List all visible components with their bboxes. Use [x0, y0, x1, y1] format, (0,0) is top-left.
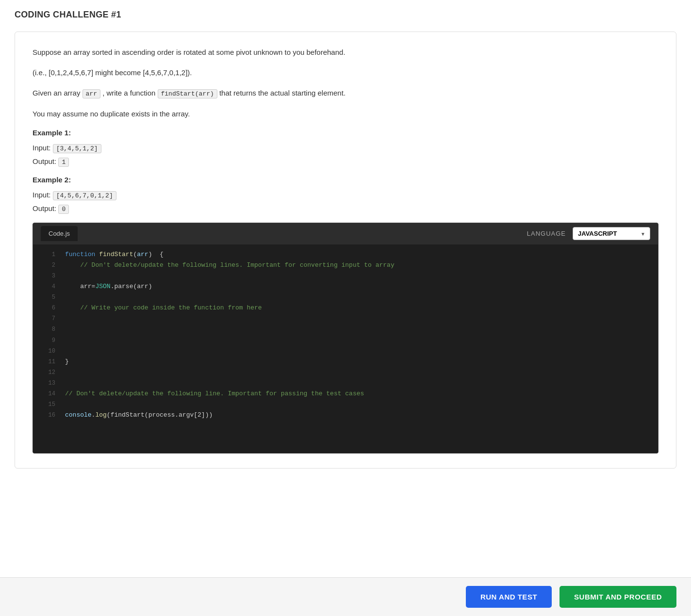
line-number: 3: [41, 271, 55, 281]
line-number: 9: [41, 335, 55, 345]
example2-block: Example 2: Input: [4,5,6,7,0,1,2] Output…: [33, 176, 658, 213]
code-line: 7: [33, 313, 658, 324]
line-content: [65, 399, 650, 410]
line-number: 16: [41, 410, 55, 420]
example2-input-code: [4,5,6,7,0,1,2]: [53, 191, 116, 200]
line-content: [65, 335, 650, 346]
line-number: 6: [41, 303, 55, 313]
line-content: [65, 324, 650, 335]
language-select[interactable]: JAVASCRIPT PYTHON JAVA C++: [573, 227, 650, 240]
para3-code2: findStart(arr): [158, 89, 217, 98]
code-line: 5: [33, 292, 658, 303]
line-content: console.log(findStart(process.argv[2])): [65, 410, 650, 421]
editor-section: Code.js LANGUAGE JAVASCRIPT PYTHON JAVA …: [33, 223, 658, 454]
lang-label: LANGUAGE: [527, 230, 566, 237]
line-content: [65, 271, 650, 281]
code-line: 9: [33, 335, 658, 346]
code-line: 3: [33, 271, 658, 281]
example1-input-code: [3,4,5,1,2]: [53, 144, 101, 153]
example2-title: Example 2:: [33, 176, 658, 184]
line-number: 12: [41, 367, 55, 377]
code-line: 12: [33, 367, 658, 378]
problem-para4: You may assume no duplicate exists in th…: [33, 108, 658, 120]
code-line: 11}: [33, 357, 658, 367]
code-line: 8: [33, 324, 658, 335]
example2-input-line: Input: [4,5,6,7,0,1,2]: [33, 191, 658, 199]
para3-middle: , write a function: [102, 89, 157, 97]
para3-prefix: Given an array: [33, 89, 82, 97]
line-content: [65, 313, 650, 324]
line-number: 14: [41, 389, 55, 399]
line-content: [65, 292, 650, 303]
example2-output-line: Output: 0: [33, 204, 658, 213]
lang-select-wrapper: JAVASCRIPT PYTHON JAVA C++: [573, 227, 650, 240]
line-content: arr=JSON.parse(arr): [65, 281, 650, 292]
example1-input-line: Input: [3,4,5,1,2]: [33, 144, 658, 152]
code-editor[interactable]: 1function findStart(arr) {2 // Don't del…: [33, 244, 658, 453]
editor-tab[interactable]: Code.js: [41, 226, 78, 241]
line-content: [65, 367, 650, 378]
line-content: function findStart(arr) {: [65, 249, 650, 260]
example1-block: Example 1: Input: [3,4,5,1,2] Output: 1: [33, 129, 658, 166]
line-content: // Write your code inside the function f…: [65, 303, 650, 313]
line-content: [65, 346, 650, 357]
run-and-test-button[interactable]: RUN AND TEST: [466, 586, 552, 608]
code-line: 10: [33, 346, 658, 357]
para3-suffix: that returns the actual starting element…: [219, 89, 346, 97]
line-number: 11: [41, 357, 55, 367]
problem-para2: (i.e., [0,1,2,4,5,6,7] might become [4,5…: [33, 67, 658, 79]
para3-code1: arr: [82, 89, 100, 98]
example2-output-label: Output:: [33, 204, 58, 212]
line-content: // Don't delete/update the following lin…: [65, 260, 650, 271]
line-number: 4: [41, 281, 55, 292]
line-content: }: [65, 357, 650, 367]
code-line: 15: [33, 399, 658, 410]
line-content: [65, 378, 650, 389]
problem-para1: Suppose an array sorted in ascending ord…: [33, 47, 658, 58]
bottom-bar: RUN AND TEST SUBMIT AND PROCEED: [0, 577, 691, 616]
problem-para3: Given an array arr , write a function fi…: [33, 87, 658, 99]
example2-output-code: 0: [58, 205, 69, 214]
example1-output-label: Output:: [33, 157, 58, 165]
line-number: 1: [41, 249, 55, 259]
code-line: 4 arr=JSON.parse(arr): [33, 281, 658, 292]
line-number: 10: [41, 346, 55, 356]
line-content: // Don't delete/update the following lin…: [65, 389, 650, 399]
page-title: CODING CHALLENGE #1: [15, 10, 676, 20]
line-number: 7: [41, 313, 55, 324]
code-line: 13: [33, 378, 658, 389]
problem-card: Suppose an array sorted in ascending ord…: [15, 32, 676, 469]
editor-lang-area: LANGUAGE JAVASCRIPT PYTHON JAVA C++: [527, 227, 650, 240]
code-line: 14// Don't delete/update the following l…: [33, 389, 658, 399]
line-number: 15: [41, 399, 55, 409]
example1-output-code: 1: [58, 158, 69, 167]
page-wrapper: CODING CHALLENGE #1 Suppose an array sor…: [0, 0, 691, 517]
line-number: 13: [41, 378, 55, 388]
editor-header: Code.js LANGUAGE JAVASCRIPT PYTHON JAVA …: [33, 223, 658, 244]
example2-input-label: Input:: [33, 191, 53, 199]
submit-and-proceed-button[interactable]: SUBMIT AND PROCEED: [559, 586, 676, 608]
line-number: 5: [41, 292, 55, 302]
example1-title: Example 1:: [33, 129, 658, 137]
code-line: 16console.log(findStart(process.argv[2])…: [33, 410, 658, 421]
code-line: 1function findStart(arr) {: [33, 249, 658, 260]
code-line: 2 // Don't delete/update the following l…: [33, 260, 658, 271]
line-number: 8: [41, 324, 55, 334]
code-line: 6 // Write your code inside the function…: [33, 303, 658, 313]
example1-output-line: Output: 1: [33, 157, 658, 166]
example1-input-label: Input:: [33, 144, 53, 152]
line-number: 2: [41, 260, 55, 270]
